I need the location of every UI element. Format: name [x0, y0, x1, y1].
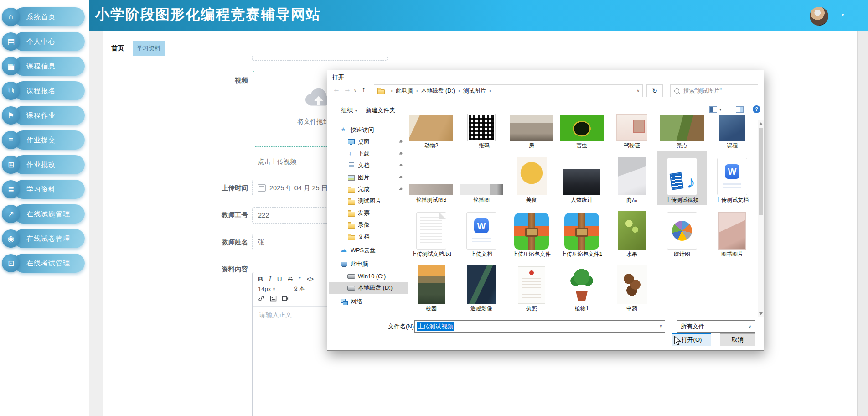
sidebar-item[interactable]: ↗ 在线试题管理	[0, 204, 85, 224]
underline-button[interactable]: U	[277, 275, 282, 283]
italic-button[interactable]: I	[269, 275, 271, 283]
sidebar-item[interactable]: ≡ 作业提交	[0, 130, 85, 150]
quote-button[interactable]: ”	[299, 275, 301, 283]
tree-item[interactable]: 完成	[329, 183, 408, 195]
sidebar-item[interactable]: ⊡ 在线考试管理	[0, 254, 85, 273]
file-item[interactable]: 驾驶证	[607, 97, 657, 151]
file-item[interactable]: 遥感影像	[456, 260, 506, 314]
file-item[interactable]: 人数统计	[557, 151, 607, 205]
file-item[interactable]: 上传测试视频	[657, 151, 707, 205]
sidebar-item[interactable]: ⌂ 系统首页	[0, 7, 85, 26]
text-style-button[interactable]: 文本	[293, 285, 305, 293]
file-item[interactable]: 上传压缩包文件1	[557, 205, 607, 260]
breadcrumb-test-images[interactable]: 测试图片	[463, 87, 486, 95]
file-item[interactable]: 课程	[707, 97, 757, 151]
scroll-up-icon[interactable]	[759, 122, 763, 125]
file-item[interactable]: 水果	[607, 205, 657, 260]
address-dropdown-icon[interactable]: ∨	[636, 88, 640, 93]
breadcrumb-this-pc[interactable]: 此电脑	[396, 87, 413, 95]
file-item[interactable]: 动物2	[406, 97, 456, 151]
refresh-icon[interactable]: ↻	[646, 84, 663, 97]
video-icon[interactable]	[282, 295, 289, 302]
file-item[interactable]: 美食	[506, 151, 557, 205]
image-icon[interactable]	[270, 295, 277, 302]
file-list-scrollbar[interactable]	[758, 120, 764, 317]
file-item[interactable]: 房	[506, 97, 557, 151]
tree-item[interactable]: 桌面	[329, 136, 408, 148]
link-icon[interactable]	[258, 295, 265, 302]
file-item[interactable]: 轮播图	[456, 151, 506, 205]
code-button[interactable]: </>	[307, 275, 313, 283]
sidebar-item-pill: 个人中心	[14, 32, 85, 51]
font-size-stepper[interactable]: ▴ ▾	[273, 286, 275, 291]
page-scrollbar[interactable]	[857, 31, 868, 416]
tree-item[interactable]: 录像	[329, 219, 408, 231]
tree-item[interactable]: 文档	[329, 231, 408, 243]
breadcrumb[interactable]: › 此电脑 › 本地磁盘 (D:) › 测试图片 › ∨	[374, 84, 643, 97]
file-item[interactable]: 上传测试文档.txt	[406, 205, 456, 260]
content-left-gutter	[89, 31, 103, 416]
history-chevron-icon[interactable]: ∨	[354, 88, 357, 93]
filetype-select[interactable]: 所有文件 ∨	[677, 320, 755, 333]
sidebar-item[interactable]: ≣ 学习资料	[0, 180, 85, 199]
tree-item[interactable]: 测试图片	[329, 195, 408, 207]
cancel-button[interactable]: 取消	[720, 333, 755, 346]
file-name-label: 房	[529, 142, 534, 149]
search-input[interactable]: 搜索"测试图片"	[670, 84, 758, 97]
file-item[interactable]: 中药	[607, 260, 657, 314]
step-down-icon[interactable]: ▾	[273, 289, 275, 291]
sidebar-item[interactable]: ▤ 个人中心	[0, 32, 85, 51]
tree-item[interactable]: WPS云盘	[329, 244, 408, 256]
sidebar-item-label: 系统首页	[14, 7, 85, 26]
tree-item[interactable]: 图片	[329, 172, 408, 183]
scroll-down-icon[interactable]	[759, 312, 763, 315]
tree-item[interactable]: 此电脑	[329, 258, 408, 270]
filename-input[interactable]: 上传测试视频 ∨	[414, 320, 665, 333]
file-item[interactable]: 上传测试文档	[707, 151, 757, 205]
sidebar-item[interactable]: ⚑ 课程作业	[0, 106, 85, 125]
sidebar-item-pill: 在线考试管理	[14, 254, 85, 273]
file-item[interactable]: 上传文档	[456, 205, 506, 260]
scrollbar-thumb[interactable]	[759, 128, 763, 215]
file-item[interactable]: 景点	[657, 97, 707, 151]
tree-item[interactable]: 发票	[329, 207, 408, 219]
file-item[interactable]: 商品	[607, 151, 657, 205]
file-name-label: 遥感影像	[470, 305, 492, 312]
tab-learning-material[interactable]: 学习资料	[133, 41, 165, 56]
organize-button[interactable]: 组织▾	[341, 106, 357, 114]
tree-item[interactable]: Win10 (C:)	[329, 270, 408, 282]
sidebar-item[interactable]: ⊞ 作业批改	[0, 155, 85, 174]
avatar[interactable]	[810, 7, 828, 26]
tree-item-label: 完成	[358, 186, 370, 193]
back-icon[interactable]: ←	[333, 85, 340, 94]
file-item[interactable]: 执照	[506, 260, 557, 314]
tree-item[interactable]: 下载	[329, 148, 408, 160]
sidebar-item[interactable]: ⧉ 课程报名	[0, 81, 85, 100]
tab-home[interactable]: 首页	[106, 41, 129, 56]
filename-dropdown-icon[interactable]: ∨	[659, 324, 662, 328]
up-icon[interactable]: ↑	[362, 85, 366, 93]
tree-item[interactable]: 快速访问	[329, 124, 408, 136]
font-size-value[interactable]: 14px	[258, 286, 271, 292]
chevron-down-icon[interactable]: ▾	[842, 12, 844, 18]
file-item[interactable]: 校园	[406, 260, 456, 314]
search-icon	[674, 88, 679, 94]
file-item[interactable]: 图书图片	[707, 205, 757, 260]
file-item[interactable]: 二维码	[456, 97, 506, 151]
tree-item[interactable]: 本地磁盘 (D:)	[329, 282, 408, 294]
file-item[interactable]: 害虫	[557, 97, 607, 151]
file-item[interactable]: 上传压缩包文件	[506, 205, 557, 260]
tree-item[interactable]: 文档	[329, 160, 408, 172]
bold-button[interactable]: B	[258, 275, 263, 283]
forward-icon[interactable]: →	[344, 85, 351, 94]
file-item[interactable]: 植物1	[557, 260, 607, 314]
sidebar-item[interactable]: ◉ 在线试卷管理	[0, 229, 85, 248]
strikethrough-button[interactable]: S	[288, 275, 293, 283]
file-item[interactable]: 轮播测试图3	[406, 151, 456, 205]
breadcrumb-drive-d[interactable]: 本地磁盘 (D:)	[421, 87, 455, 95]
file-name-label: 统计图	[674, 251, 690, 258]
tree-item[interactable]: 网络	[329, 296, 408, 307]
new-folder-button[interactable]: 新建文件夹	[366, 106, 395, 114]
sidebar-item[interactable]: ▦ 课程信息	[0, 57, 85, 76]
file-item[interactable]: 统计图	[657, 205, 707, 260]
